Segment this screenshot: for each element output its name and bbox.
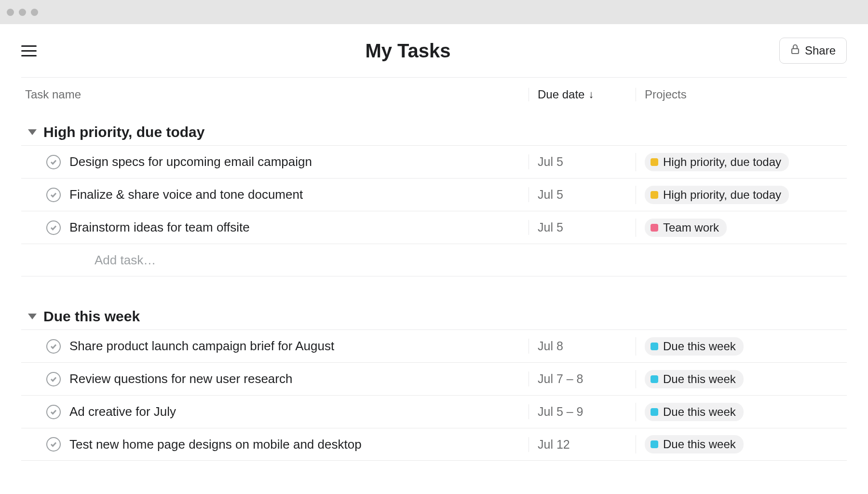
task-due-date: Jul 8 (538, 339, 563, 353)
project-color-dot (651, 158, 658, 166)
task-row[interactable]: Review questions for new user research J… (21, 362, 847, 395)
chevron-down-icon (28, 314, 37, 319)
task-row[interactable]: Share product launch campaign brief for … (21, 329, 847, 362)
task-row[interactable]: Ad creative for July Jul 5 – 9 Due this … (21, 395, 847, 428)
complete-checkbox[interactable] (46, 155, 61, 169)
project-tag[interactable]: Due this week (645, 403, 744, 421)
task-row[interactable]: Design specs for upcoming email campaign… (21, 145, 847, 178)
task-due-date: Jul 7 – 8 (538, 372, 583, 385)
task-row[interactable]: Brainstorm ideas for team offsite Jul 5 … (21, 211, 847, 244)
task-row[interactable]: Finalize & share voice and tone document… (21, 178, 847, 211)
complete-checkbox[interactable] (46, 437, 61, 452)
complete-checkbox[interactable] (46, 372, 61, 386)
share-button[interactable]: Share (779, 38, 847, 64)
complete-checkbox[interactable] (46, 339, 61, 354)
project-color-dot (651, 224, 658, 232)
traffic-light-zoom[interactable] (31, 9, 38, 16)
section-title: High priority, due today (43, 124, 204, 140)
task-name: Finalize & share voice and tone document (69, 187, 303, 202)
column-header-due-label: Due date (538, 88, 584, 101)
project-tag-label: High priority, due today (663, 188, 781, 202)
project-tag-label: High priority, due today (663, 155, 781, 169)
task-due-date: Jul 5 (538, 155, 563, 168)
project-tag-label: Due this week (663, 340, 736, 353)
sort-descending-icon: ↓ (588, 88, 594, 101)
task-due-date: Jul 5 (538, 188, 563, 201)
complete-checkbox[interactable] (46, 405, 61, 419)
section-header[interactable]: Due this week (21, 296, 847, 329)
add-task-input[interactable]: Add task… (21, 244, 847, 276)
traffic-light-close[interactable] (7, 9, 14, 16)
project-tag-label: Due this week (663, 438, 736, 451)
project-color-dot (651, 408, 658, 416)
task-due-date: Jul 12 (538, 438, 570, 451)
column-header-due[interactable]: Due date ↓ (529, 88, 636, 101)
task-name: Review questions for new user research (69, 371, 292, 386)
section-title: Due this week (43, 308, 140, 325)
project-tag[interactable]: Due this week (645, 337, 744, 356)
project-tag[interactable]: Team work (645, 219, 727, 237)
column-header-row: Task name Due date ↓ Projects (21, 78, 847, 111)
project-tag[interactable]: Due this week (645, 435, 744, 453)
task-table: Task name Due date ↓ Projects High prior… (21, 77, 847, 461)
svg-rect-0 (792, 49, 799, 54)
complete-checkbox[interactable] (46, 220, 61, 235)
page-header: My Tasks Share (0, 24, 868, 77)
project-tag[interactable]: High priority, due today (645, 153, 789, 171)
lock-icon (790, 44, 800, 57)
task-name: Design specs for upcoming email campaign (69, 154, 312, 169)
window-titlebar (0, 0, 868, 24)
section-header[interactable]: High priority, due today (21, 111, 847, 145)
task-due-date: Jul 5 – 9 (538, 405, 583, 418)
task-name: Share product launch campaign brief for … (69, 339, 334, 354)
task-name: Ad creative for July (69, 404, 176, 419)
share-button-label: Share (805, 44, 836, 57)
task-row[interactable]: Test new home page designs on mobile and… (21, 428, 847, 461)
traffic-light-minimize[interactable] (19, 9, 26, 16)
project-color-dot (651, 343, 658, 350)
column-header-name[interactable]: Task name (25, 88, 81, 101)
complete-checkbox[interactable] (46, 188, 61, 202)
task-name: Brainstorm ideas for team offsite (69, 220, 250, 235)
page-title: My Tasks (37, 40, 779, 62)
column-header-projects[interactable]: Projects (645, 88, 687, 101)
project-color-dot (651, 191, 658, 199)
project-tag-label: Team work (663, 221, 719, 234)
menu-icon[interactable] (21, 45, 37, 56)
project-tag-label: Due this week (663, 405, 736, 419)
project-color-dot (651, 375, 658, 383)
task-name: Test new home page designs on mobile and… (69, 437, 362, 452)
task-due-date: Jul 5 (538, 220, 563, 234)
project-tag[interactable]: High priority, due today (645, 186, 789, 204)
section-gap (21, 276, 847, 296)
project-tag-label: Due this week (663, 372, 736, 386)
project-color-dot (651, 440, 658, 448)
chevron-down-icon (28, 129, 37, 135)
project-tag[interactable]: Due this week (645, 370, 744, 388)
